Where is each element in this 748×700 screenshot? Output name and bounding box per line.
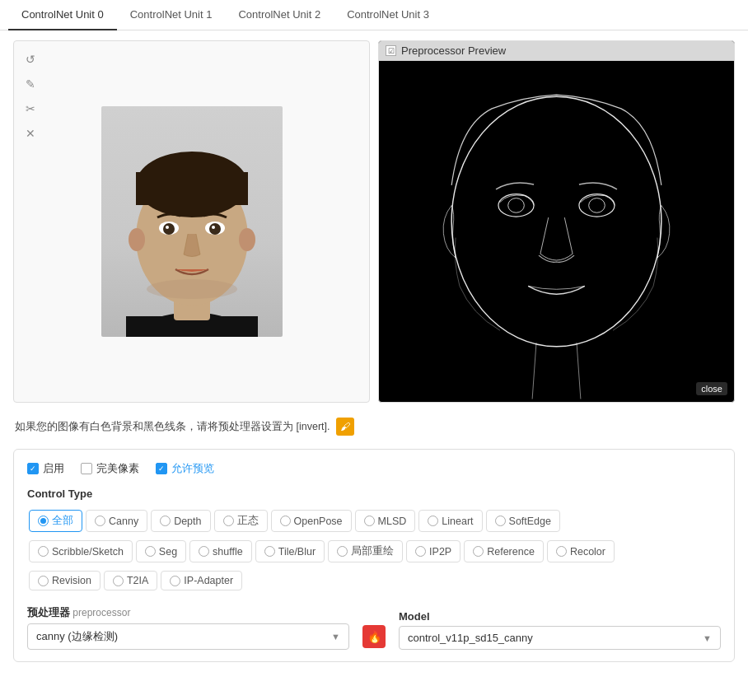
controls-section: 启用 完美像素 允许预览 Control Type 全部 Canny xyxy=(13,449,735,662)
radio-row-1: 全部 Canny Depth 正态 OpenPose MLSD xyxy=(27,508,721,534)
radio-circle-tile xyxy=(264,546,275,557)
radio-pose[interactable]: 正态 xyxy=(214,510,268,532)
tab-unit0[interactable]: ControlNet Unit 0 xyxy=(8,0,117,30)
radio-circle-pose xyxy=(223,516,234,526)
radio-recolor[interactable]: Recolor xyxy=(547,540,615,562)
model-group: Model control_v11p_sd15_canny ▼ xyxy=(399,610,721,650)
preprocessor-dropdown[interactable]: canny (边缘检测) ▼ xyxy=(27,623,349,650)
allow-preview-checkbox-item[interactable]: 允许预览 xyxy=(156,461,214,476)
radio-all[interactable]: 全部 xyxy=(29,510,82,532)
radio-circle-shuffle xyxy=(199,546,209,557)
radio-label-recolor: Recolor xyxy=(570,546,605,558)
svg-point-7 xyxy=(129,228,145,251)
svg-rect-6 xyxy=(136,172,248,205)
allow-preview-label: 允许预览 xyxy=(171,461,214,476)
source-image-panel[interactable]: ↺ ✎ ✂ ✕ xyxy=(13,40,370,403)
radio-label-seg: Seg xyxy=(159,546,177,558)
radio-circle-canny xyxy=(95,516,105,526)
radio-reference[interactable]: Reference xyxy=(464,540,544,562)
svg-point-11 xyxy=(163,223,175,235)
preprocessor-preview-panel: ☑ Preprocessor Preview xyxy=(378,40,735,403)
radio-label-softedge: SoftEdge xyxy=(509,516,551,527)
radio-canny[interactable]: Canny xyxy=(86,510,147,532)
perfect-pixel-checkbox[interactable] xyxy=(81,463,92,474)
preprocessor-value: canny (边缘检测) xyxy=(36,629,118,644)
enable-checkbox[interactable] xyxy=(27,463,39,474)
close-tool[interactable]: ✕ xyxy=(21,124,40,143)
image-panels-row: ↺ ✎ ✂ ✕ xyxy=(13,40,735,403)
radio-label-scribble: Scribble/Sketch xyxy=(52,546,124,558)
preview-checkbox[interactable]: ☑ xyxy=(386,45,396,56)
radio-label-local: 局部重绘 xyxy=(351,544,394,558)
radio-label-reference: Reference xyxy=(487,546,535,558)
radio-label-tile: Tile/Blur xyxy=(278,546,316,558)
allow-preview-checkbox[interactable] xyxy=(156,463,167,474)
main-content: ↺ ✎ ✂ ✕ xyxy=(0,30,748,672)
radio-circle-lineart xyxy=(428,516,438,526)
fire-button[interactable]: 🔥 xyxy=(362,625,386,648)
svg-point-12 xyxy=(209,223,221,235)
radio-label-openpose: OpenPose xyxy=(294,516,343,527)
preprocessor-header: ☑ Preprocessor Preview xyxy=(379,41,734,61)
edit-tool[interactable]: ✎ xyxy=(21,74,40,94)
enable-checkbox-item[interactable]: 启用 xyxy=(27,461,64,476)
preprocessor-sub-label: preprocessor xyxy=(72,607,130,618)
tab-unit3[interactable]: ControlNet Unit 3 xyxy=(334,0,442,30)
radio-label-canny: Canny xyxy=(109,516,138,527)
radio-lineart[interactable]: Lineart xyxy=(418,510,482,532)
tab-unit1[interactable]: ControlNet Unit 1 xyxy=(117,0,226,30)
svg-point-14 xyxy=(212,226,215,229)
radio-circle-ip2p xyxy=(415,546,426,557)
radio-depth[interactable]: Depth xyxy=(151,510,210,532)
radio-seg[interactable]: Seg xyxy=(136,540,186,562)
dropdowns-row: 预处理器 preprocessor canny (边缘检测) ▼ 🔥 Model… xyxy=(27,605,721,650)
radio-label-lineart: Lineart xyxy=(442,516,473,527)
edge-detection-image xyxy=(379,41,734,402)
close-preview-button[interactable]: close xyxy=(696,382,727,395)
radio-revision[interactable]: Revision xyxy=(29,571,101,590)
radio-label-pose: 正态 xyxy=(237,514,259,528)
radio-label-all: 全部 xyxy=(52,514,73,528)
radio-circle-openpose xyxy=(280,516,291,526)
radio-circle-t2ia xyxy=(113,576,124,586)
svg-point-15 xyxy=(147,279,237,299)
radio-label-ipadapter: IP-Adapter xyxy=(184,575,233,586)
radio-circle-seg xyxy=(145,546,156,557)
model-value: control_v11p_sd15_canny xyxy=(408,632,533,644)
notice-bar: 如果您的图像有白色背景和黑色线条，请将预处理器设置为 [invert]. 🖌 xyxy=(13,413,735,441)
radio-circle-reference xyxy=(473,546,484,557)
perfect-pixel-checkbox-item[interactable]: 完美像素 xyxy=(81,461,139,476)
radio-label-depth: Depth xyxy=(174,516,201,527)
scissors-tool[interactable]: ✂ xyxy=(21,99,40,119)
preprocessor-preview-label: Preprocessor Preview xyxy=(401,44,506,57)
model-dropdown[interactable]: control_v11p_sd15_canny ▼ xyxy=(399,626,721,650)
tab-unit2[interactable]: ControlNet Unit 2 xyxy=(225,0,334,30)
tabs-bar: ControlNet Unit 0 ControlNet Unit 1 Cont… xyxy=(0,0,748,30)
radio-t2ia[interactable]: T2IA xyxy=(104,571,157,590)
radio-circle-recolor xyxy=(556,546,567,557)
radio-softedge[interactable]: SoftEdge xyxy=(486,510,560,532)
radio-local[interactable]: 局部重绘 xyxy=(328,540,403,562)
notice-icon[interactable]: 🖌 xyxy=(336,418,354,436)
radio-circle-revision xyxy=(38,576,49,586)
model-label: Model xyxy=(399,610,721,623)
radio-circle-scribble xyxy=(38,546,49,557)
svg-rect-16 xyxy=(379,44,734,399)
radio-circle-ipadapter xyxy=(170,576,180,586)
radio-row-2: Scribble/Sketch Seg shuffle Tile/Blur 局部… xyxy=(27,539,721,564)
preprocessor-label: 预处理器 preprocessor xyxy=(27,605,349,620)
radio-openpose[interactable]: OpenPose xyxy=(271,510,352,532)
radio-label-shuffle: shuffle xyxy=(213,546,243,558)
radio-tile[interactable]: Tile/Blur xyxy=(255,540,325,562)
radio-shuffle[interactable]: shuffle xyxy=(189,540,252,562)
radio-ip2p[interactable]: IP2P xyxy=(406,540,460,562)
radio-scribble[interactable]: Scribble/Sketch xyxy=(29,540,133,562)
rotate-tool[interactable]: ↺ xyxy=(21,49,40,69)
radio-label-ip2p: IP2P xyxy=(429,546,451,558)
radio-label-mlsd: MLSD xyxy=(378,516,407,527)
radio-ipadapter[interactable]: IP-Adapter xyxy=(161,571,242,590)
radio-label-t2ia: T2IA xyxy=(127,575,148,586)
control-type-label: Control Type xyxy=(27,488,721,500)
radio-circle-mlsd xyxy=(364,516,375,526)
radio-mlsd[interactable]: MLSD xyxy=(355,510,416,532)
